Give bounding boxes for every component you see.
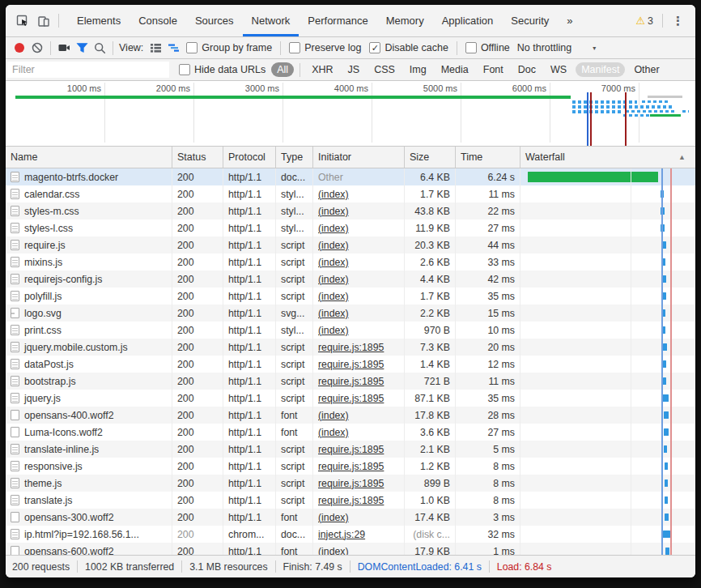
throttling-select[interactable]: No throttling ▾: [517, 42, 596, 53]
waterfall-cell[interactable]: [520, 407, 695, 424]
tab-sources[interactable]: Sources: [186, 5, 243, 36]
request-name-cell[interactable]: ip.html?ip=192.168.56.1...: [6, 526, 172, 543]
initiator-link[interactable]: (index): [318, 257, 349, 268]
waterfall-cell[interactable]: [520, 254, 695, 271]
initiator-link[interactable]: require.js:1895: [318, 376, 384, 387]
table-row[interactable]: Luma-Icons.woff2200http/1.1font(index)3.…: [6, 424, 695, 441]
waterfall-cell[interactable]: [520, 526, 695, 543]
initiator-link[interactable]: inject.js:29: [318, 529, 365, 540]
initiator-link[interactable]: require.js:1895: [318, 393, 384, 404]
waterfall-cell[interactable]: [520, 356, 695, 373]
table-row[interactable]: opensans-300.woff2200http/1.1font(index)…: [6, 509, 695, 526]
initiator-link[interactable]: require.js:1895: [318, 478, 384, 489]
request-name-cell[interactable]: translate.js: [6, 492, 172, 509]
waterfall-cell[interactable]: [520, 185, 695, 202]
device-toolbar-icon[interactable]: [36, 13, 52, 29]
filter-input[interactable]: [7, 62, 169, 78]
column-header-initiator[interactable]: Initiator: [313, 147, 405, 168]
waterfall-cell[interactable]: [520, 305, 695, 322]
table-row[interactable]: mixins.js200http/1.1script(index)2.6 KB3…: [6, 254, 695, 271]
filter-funnel-button[interactable]: [73, 39, 91, 57]
initiator-link[interactable]: (index): [318, 274, 349, 285]
filter-pill-doc[interactable]: Doc: [512, 62, 542, 77]
request-name-cell[interactable]: jquery.mobile.custom.js: [6, 339, 172, 356]
waterfall-cell[interactable]: [520, 322, 695, 339]
tab-network[interactable]: Network: [243, 5, 300, 36]
waterfall-cell[interactable]: [520, 441, 695, 458]
group-by-frame-checkbox[interactable]: ✓ Group by frame: [186, 42, 272, 53]
request-name-cell[interactable]: require.js: [6, 236, 172, 254]
table-row[interactable]: print.css200http/1.1styl...(index)970 B1…: [6, 322, 695, 339]
filter-pill-js[interactable]: JS: [342, 62, 366, 77]
initiator-link[interactable]: (index): [318, 206, 349, 217]
network-overview[interactable]: 1000 ms2000 ms3000 ms4000 ms5000 ms6000 …: [6, 81, 695, 147]
filter-pill-ws[interactable]: WS: [545, 62, 572, 77]
initiator-link[interactable]: require.js:1895: [318, 359, 384, 370]
column-header-size[interactable]: Size: [405, 147, 456, 168]
column-header-name[interactable]: Name: [6, 147, 172, 168]
waterfall-cell[interactable]: [520, 339, 695, 356]
request-name-cell[interactable]: opensans-600.woff2: [6, 543, 172, 555]
table-row[interactable]: opensans-400.woff2200http/1.1font(index)…: [6, 407, 695, 424]
initiator-link[interactable]: (index): [318, 189, 349, 200]
waterfall-cell[interactable]: [520, 492, 695, 509]
initiator-link[interactable]: (index): [318, 325, 349, 336]
warning-count[interactable]: 3: [648, 15, 653, 27]
request-name-cell[interactable]: polyfill.js: [6, 288, 172, 305]
kebab-menu-icon[interactable]: ⋮: [667, 14, 689, 28]
table-row[interactable]: jquery.mobile.custom.js200http/1.1script…: [6, 339, 695, 356]
search-button[interactable]: [91, 39, 108, 57]
initiator-link[interactable]: (index): [318, 546, 349, 556]
request-name-cell[interactable]: dataPost.js: [6, 356, 172, 373]
tab-security[interactable]: Security: [502, 5, 558, 36]
request-name-cell[interactable]: mixins.js: [6, 254, 172, 271]
table-row[interactable]: dataPost.js200http/1.1scriptrequire.js:1…: [6, 356, 695, 373]
waterfall-cell[interactable]: [520, 202, 695, 219]
warning-icon[interactable]: ⚠: [635, 15, 645, 27]
table-row[interactable]: styles-l.css200http/1.1styl...(index)11.…: [6, 219, 695, 236]
hide-data-urls-checkbox[interactable]: ✓ Hide data URLs: [179, 64, 266, 75]
table-row[interactable]: ip.html?ip=192.168.56.1...200chrom...doc…: [6, 526, 695, 543]
waterfall-cell[interactable]: [520, 373, 695, 390]
table-row[interactable]: theme.js200http/1.1scriptrequire.js:1895…: [6, 475, 695, 492]
column-header-waterfall[interactable]: Waterfall▲: [520, 147, 695, 168]
initiator-link[interactable]: (index): [318, 512, 349, 523]
request-name-cell[interactable]: print.css: [6, 322, 172, 339]
request-name-cell[interactable]: translate-inline.js: [6, 441, 172, 458]
waterfall-cell[interactable]: [520, 458, 695, 475]
table-row[interactable]: magento-btrfs.docker200http/1.1doc...Oth…: [6, 168, 695, 185]
more-tabs-button[interactable]: »: [558, 5, 581, 36]
inspect-element-icon[interactable]: [15, 13, 31, 29]
waterfall-cell[interactable]: [520, 424, 695, 441]
waterfall-cell[interactable]: [520, 168, 695, 185]
show-overview-icon[interactable]: [164, 39, 182, 57]
request-name-cell[interactable]: requirejs-config.js: [6, 271, 172, 288]
tab-elements[interactable]: Elements: [68, 5, 130, 36]
request-name-cell[interactable]: responsive.js: [6, 458, 172, 475]
initiator-link[interactable]: (index): [318, 410, 349, 421]
request-name-cell[interactable]: opensans-400.woff2: [6, 407, 172, 424]
table-row[interactable]: responsive.js200http/1.1scriptrequire.js…: [6, 458, 695, 475]
tab-performance[interactable]: Performance: [299, 5, 376, 36]
request-name-cell[interactable]: calendar.css: [6, 185, 172, 202]
table-row[interactable]: styles-m.css200http/1.1styl...(index)43.…: [6, 202, 695, 219]
filter-pill-all[interactable]: All: [271, 62, 294, 77]
tab-memory[interactable]: Memory: [377, 5, 433, 36]
request-name-cell[interactable]: styles-m.css: [6, 202, 172, 219]
initiator-link[interactable]: (index): [318, 427, 349, 438]
table-row[interactable]: polyfill.js200http/1.1script(index)1.7 K…: [6, 288, 695, 305]
request-name-cell[interactable]: styles-l.css: [6, 219, 172, 236]
screenshot-capture-button[interactable]: [55, 39, 73, 57]
tab-application[interactable]: Application: [433, 5, 503, 36]
request-name-cell[interactable]: opensans-300.woff2: [6, 509, 172, 526]
column-header-time[interactable]: Time: [456, 147, 520, 168]
column-header-status[interactable]: Status: [172, 147, 223, 168]
request-name-cell[interactable]: bootstrap.js: [6, 373, 172, 390]
use-large-rows-icon[interactable]: [147, 39, 164, 57]
filter-pill-manifest[interactable]: Manifest: [576, 62, 625, 77]
waterfall-cell[interactable]: [520, 509, 695, 526]
filter-pill-media[interactable]: Media: [435, 62, 474, 77]
tab-console[interactable]: Console: [130, 5, 186, 36]
table-row[interactable]: calendar.css200http/1.1styl...(index)1.7…: [6, 185, 695, 202]
request-name-cell[interactable]: theme.js: [6, 475, 172, 492]
